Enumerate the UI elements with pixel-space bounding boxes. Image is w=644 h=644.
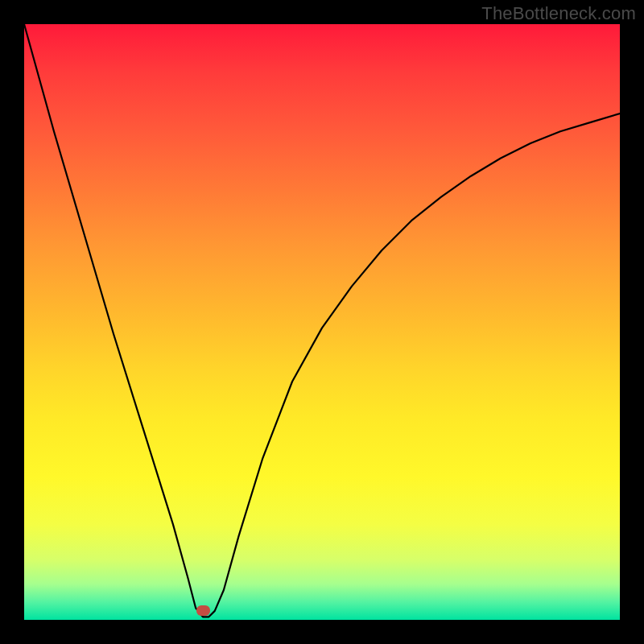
bottleneck-curve	[24, 24, 620, 620]
chart-frame: TheBottleneck.com	[0, 0, 644, 644]
plot-area	[24, 24, 620, 620]
optimum-marker	[196, 605, 210, 616]
watermark-label: TheBottleneck.com	[481, 3, 636, 24]
